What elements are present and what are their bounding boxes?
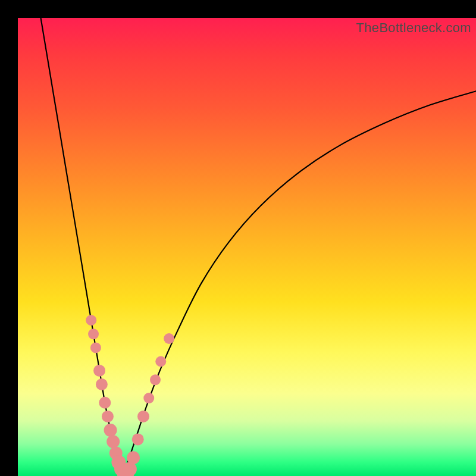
sample-point [90, 342, 101, 353]
sample-point [137, 411, 149, 422]
sample-point [96, 378, 108, 390]
sample-point [155, 356, 166, 367]
curve-left-branch [41, 18, 124, 476]
sample-point [164, 333, 174, 344]
sample-point [132, 433, 144, 445]
sample-point [102, 411, 114, 422]
sample-point [123, 462, 137, 476]
sample-point [104, 424, 117, 437]
sample-point [93, 365, 105, 377]
sample-point [150, 374, 161, 385]
plot-area: TheBottleneck.com [18, 18, 476, 476]
sample-point [127, 451, 140, 464]
sample-point [107, 435, 120, 448]
sample-point [143, 393, 154, 403]
curve-layer [18, 18, 476, 476]
sample-point [86, 315, 96, 325]
sample-point [88, 328, 99, 339]
curve-right-branch [123, 91, 476, 476]
chart-frame: TheBottleneck.com [0, 0, 476, 476]
sample-points [86, 315, 174, 476]
sample-point [99, 397, 111, 409]
